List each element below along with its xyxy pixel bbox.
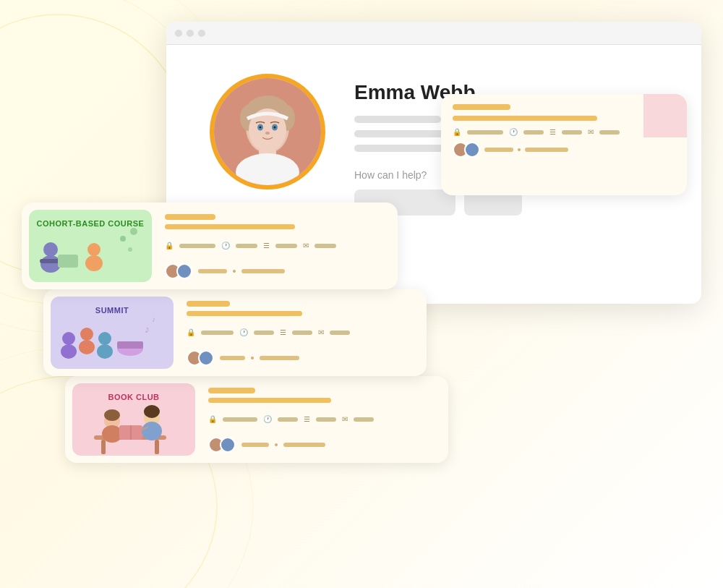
card-floating[interactable]: 🔒 🕐 ☰ ✉ <box>441 94 687 195</box>
svg-point-19 <box>40 255 61 273</box>
svg-point-27 <box>62 332 75 345</box>
browser-dot-1 <box>175 30 182 37</box>
meta-line-2 <box>236 244 257 248</box>
mail-icon-2: ✉ <box>318 328 324 336</box>
meta-line-4 <box>354 417 374 422</box>
svg-point-46 <box>142 422 162 440</box>
clock-icon: 🕐 <box>221 242 230 250</box>
floating-meta-2 <box>523 130 544 135</box>
footer-dot <box>233 270 236 273</box>
meta-line-1 <box>179 244 215 248</box>
clock-icon-3: 🕐 <box>263 415 272 423</box>
svg-text:♪: ♪ <box>152 315 155 323</box>
card-book-club[interactable]: BOOK CLUB <box>65 376 448 463</box>
member-avatar-6 <box>220 437 236 453</box>
footer-line-3 <box>220 356 245 360</box>
card-title-line <box>165 214 215 220</box>
svg-rect-39 <box>155 440 159 454</box>
mail-icon-3: ✉ <box>342 415 348 423</box>
card-subtitle-line <box>187 311 302 316</box>
card-summit-body: 🔒 🕐 ☰ ✉ <box>181 289 427 376</box>
footer-line-1 <box>198 269 227 273</box>
floating-avatar-2 <box>464 142 480 158</box>
floating-meta-4 <box>599 130 620 135</box>
card-meta: 🔒 🕐 ☰ ✉ <box>187 328 415 336</box>
floating-footer <box>453 142 675 158</box>
floating-list-icon: ☰ <box>549 128 556 136</box>
svg-point-24 <box>120 236 126 242</box>
svg-point-26 <box>130 228 137 235</box>
card-meta-3: 🔒 🕐 ☰ ✉ <box>208 415 437 423</box>
floating-mid-line <box>453 116 597 121</box>
book-illustration <box>72 383 188 456</box>
thumbnail-book: BOOK CLUB <box>72 383 195 456</box>
svg-point-47 <box>144 405 160 418</box>
summit-illustration: ♪ ♪ <box>51 297 166 369</box>
card-summit[interactable]: SUMMIT ♪ ♪ 🔒 <box>43 289 427 376</box>
svg-point-41 <box>102 425 122 443</box>
floating-mail-icon: ✉ <box>588 128 594 136</box>
list-icon-2: ☰ <box>280 328 286 336</box>
cohort-illustration <box>29 210 145 282</box>
svg-point-23 <box>85 255 103 271</box>
floating-lock-icon: 🔒 <box>453 128 461 136</box>
member-avatar-2 <box>176 263 192 279</box>
floating-meta-1 <box>467 130 503 135</box>
meta-line-3 <box>316 417 336 422</box>
card-footer <box>165 263 386 279</box>
footer-line-4 <box>260 356 299 360</box>
meta-line-1 <box>223 417 257 422</box>
browser-dot-3 <box>198 30 205 37</box>
card-cohort[interactable]: COHORT-BASED COURSE <box>22 203 398 289</box>
svg-rect-34 <box>117 341 143 349</box>
meta-line-4 <box>330 331 350 335</box>
card-title-line <box>208 388 255 393</box>
svg-point-15 <box>265 132 270 135</box>
meta-line-2 <box>254 331 274 335</box>
clock-icon-2: 🕐 <box>239 328 248 336</box>
floating-meta-3 <box>562 130 582 135</box>
svg-point-22 <box>87 243 100 256</box>
lock-icon: 🔒 <box>165 242 174 250</box>
card-subtitle-line <box>208 398 331 403</box>
svg-point-29 <box>80 328 93 341</box>
svg-point-30 <box>79 340 95 354</box>
svg-point-32 <box>97 344 113 359</box>
thumbnail-summit: SUMMIT ♪ ♪ <box>51 297 174 369</box>
floating-footer-line-1 <box>484 148 513 152</box>
card-floating-accent <box>643 94 687 137</box>
meta-line-3 <box>292 331 312 335</box>
card-footer-3 <box>208 437 437 453</box>
svg-rect-21 <box>58 255 78 268</box>
meta-line-4 <box>315 244 336 248</box>
svg-point-31 <box>98 332 111 345</box>
footer-line-2 <box>241 269 285 273</box>
avatar-container <box>210 74 325 189</box>
floating-meta: 🔒 🕐 ☰ ✉ <box>453 128 675 136</box>
floating-title-line <box>453 104 510 110</box>
floating-footer-dot <box>518 148 521 151</box>
floating-footer-line-2 <box>525 148 568 152</box>
meta-line-2 <box>278 417 298 422</box>
card-meta: 🔒 🕐 ☰ ✉ <box>165 242 386 250</box>
card-title-line <box>187 301 230 307</box>
footer-dot-3 <box>275 443 278 446</box>
card-book-body: 🔒 🕐 ☰ ✉ <box>202 376 448 463</box>
card-subtitle-line <box>165 224 295 229</box>
avatar-ring <box>210 74 325 189</box>
svg-point-28 <box>61 344 77 359</box>
svg-point-14 <box>274 127 276 129</box>
svg-point-13 <box>260 127 262 129</box>
profile-line-1 <box>354 116 441 123</box>
card-footer-2 <box>187 350 415 366</box>
footer-line-5 <box>241 443 269 447</box>
member-avatar-4 <box>198 350 214 366</box>
meta-line-1 <box>201 331 234 335</box>
avatar-illustration <box>214 78 321 185</box>
thumbnail-cohort: COHORT-BASED COURSE <box>29 210 152 282</box>
mail-icon: ✉ <box>303 242 309 250</box>
svg-point-18 <box>43 242 58 257</box>
svg-point-25 <box>128 247 132 252</box>
meta-line-3 <box>275 244 297 248</box>
floating-clock-icon: 🕐 <box>509 128 518 136</box>
